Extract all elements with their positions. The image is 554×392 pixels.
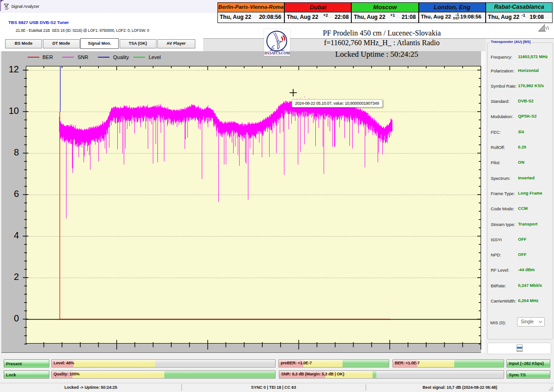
svg-text:DXSATCS.COM: DXSATCS.COM bbox=[265, 51, 290, 55]
